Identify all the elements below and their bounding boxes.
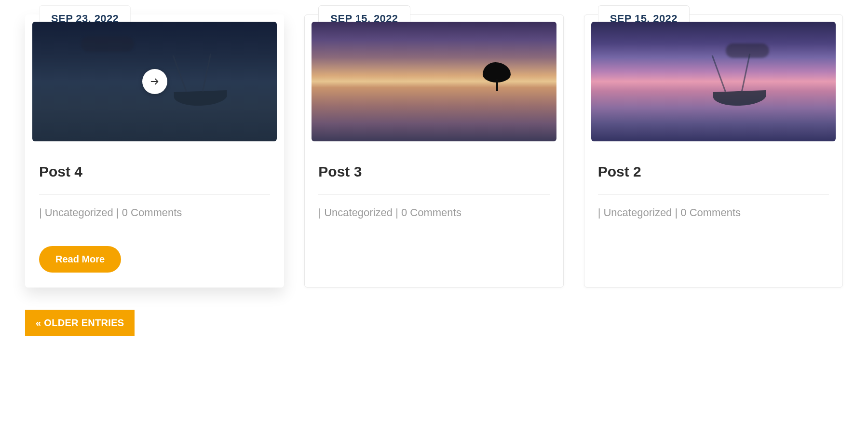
divider [318, 194, 549, 195]
post-card: SEP 15, 2022 Post 2 | Uncategorized | 0 … [584, 14, 843, 288]
older-entries-button[interactable]: « OLDER ENTRIES [25, 310, 135, 336]
post-comments-link[interactable]: 0 Comments [680, 206, 741, 219]
pagination: « OLDER ENTRIES [25, 310, 843, 336]
post-title[interactable]: Post 2 [598, 164, 829, 180]
post-category-link[interactable]: Uncategorized [324, 206, 393, 219]
post-category-link[interactable]: Uncategorized [45, 206, 113, 219]
post-comments-link[interactable]: 0 Comments [122, 206, 182, 219]
post-image-link[interactable] [312, 22, 556, 141]
post-card: SEP 15, 2022 Post 3 | Uncategorized | 0 … [304, 14, 563, 288]
divider [39, 194, 270, 195]
post-category-link[interactable]: Uncategorized [603, 206, 672, 219]
arrow-right-icon[interactable] [142, 69, 167, 94]
read-more-button[interactable]: Read More [39, 246, 121, 273]
post-meta: | Uncategorized | 0 Comments [598, 206, 829, 219]
post-title[interactable]: Post 4 [39, 164, 270, 180]
divider [598, 194, 829, 195]
post-meta: | Uncategorized | 0 Comments [39, 206, 270, 219]
posts-grid: SEP 23, 2022 Post 4 | Uncategorized | 0 … [25, 14, 843, 288]
post-card: SEP 23, 2022 Post 4 | Uncategorized | 0 … [25, 14, 284, 288]
post-title[interactable]: Post 3 [318, 164, 549, 180]
post-image-link[interactable] [591, 22, 836, 141]
post-image-link[interactable] [32, 22, 277, 141]
post-meta: | Uncategorized | 0 Comments [318, 206, 549, 219]
post-comments-link[interactable]: 0 Comments [401, 206, 461, 219]
